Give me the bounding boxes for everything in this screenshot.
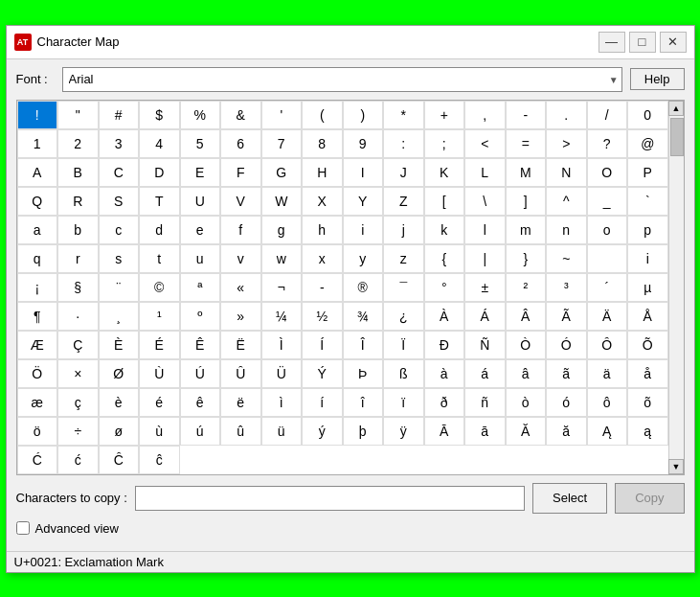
char-cell[interactable]: V (220, 187, 261, 216)
char-cell[interactable]: Á (464, 302, 506, 331)
char-cell[interactable]: Ā (424, 417, 465, 446)
char-cell[interactable]: < (464, 129, 506, 158)
char-cell[interactable]: · (57, 302, 99, 331)
char-cell[interactable]: Y (343, 187, 384, 216)
char-cell[interactable]: æ (17, 388, 58, 417)
char-cell[interactable]: 8 (302, 129, 343, 158)
scroll-thumb[interactable] (670, 118, 684, 156)
char-cell[interactable]: È (99, 331, 140, 359)
scroll-up-arrow[interactable]: ▲ (668, 101, 684, 116)
char-cell[interactable]: + (424, 101, 465, 129)
char-cell[interactable]: ï (383, 388, 424, 417)
char-cell[interactable]: ° (424, 273, 465, 302)
char-cell[interactable]: ¡ (17, 273, 58, 302)
char-cell[interactable]: t (139, 244, 180, 273)
char-cell[interactable]: [ (424, 187, 465, 216)
char-cell[interactable]: & (220, 101, 261, 129)
char-cell[interactable]: P (627, 158, 668, 187)
char-cell[interactable]: x (302, 244, 343, 273)
char-cell[interactable]: U (180, 187, 221, 216)
char-cell[interactable]: S (99, 187, 140, 216)
char-cell[interactable]: º (180, 302, 221, 331)
char-cell[interactable]: » (220, 302, 261, 331)
char-cell[interactable]: - (506, 101, 547, 129)
char-cell[interactable]: Ă (506, 417, 547, 446)
char-cell[interactable]: â (506, 359, 547, 388)
char-cell[interactable]: c (99, 216, 140, 244)
char-cell[interactable]: è (99, 388, 140, 417)
char-cell[interactable]: i (343, 216, 384, 244)
char-cell[interactable]: l (464, 216, 506, 244)
char-cell[interactable]: ¯ (383, 273, 424, 302)
char-cell[interactable]: ; (424, 129, 465, 158)
select-button[interactable]: Select (532, 483, 607, 514)
char-cell[interactable]: , (464, 101, 506, 129)
char-cell[interactable]: ö (17, 417, 58, 446)
char-cell[interactable]: ¨ (99, 273, 140, 302)
char-cell[interactable]: B (57, 158, 99, 187)
char-cell[interactable]: e (180, 216, 221, 244)
char-cell[interactable]: ë (220, 388, 261, 417)
char-cell[interactable]: j (383, 216, 424, 244)
char-cell[interactable]: ³ (546, 273, 587, 302)
char-cell[interactable]: Ã (546, 302, 587, 331)
char-cell[interactable]: q (17, 244, 58, 273)
char-cell[interactable]: i (627, 244, 668, 273)
char-cell[interactable]: ¿ (383, 302, 424, 331)
char-cell[interactable]: ) (343, 101, 384, 129)
char-cell[interactable]: $ (139, 101, 180, 129)
char-cell[interactable]: # (99, 101, 140, 129)
char-cell[interactable]: : (383, 129, 424, 158)
char-cell[interactable] (587, 244, 628, 273)
char-cell[interactable]: / (587, 101, 628, 129)
char-cell[interactable]: % (180, 101, 221, 129)
char-cell[interactable]: } (506, 244, 547, 273)
maximize-button[interactable]: □ (629, 32, 656, 53)
char-cell[interactable]: u (180, 244, 221, 273)
char-cell[interactable]: 0 (627, 101, 668, 129)
char-cell[interactable]: ` (627, 187, 668, 216)
char-cell[interactable]: Ì (261, 331, 303, 359)
char-cell[interactable]: ð (424, 388, 465, 417)
char-cell[interactable]: Ć (17, 446, 58, 474)
char-cell[interactable]: M (506, 158, 547, 187)
char-cell[interactable]: ò (506, 388, 547, 417)
char-cell[interactable]: ® (343, 273, 384, 302)
char-cell[interactable]: õ (627, 388, 668, 417)
char-cell[interactable]: R (57, 187, 99, 216)
char-cell[interactable]: ß (383, 359, 424, 388)
char-cell[interactable]: ü (261, 417, 303, 446)
char-cell[interactable]: N (546, 158, 587, 187)
help-button[interactable]: Help (630, 68, 685, 90)
char-cell[interactable]: | (464, 244, 506, 273)
char-cell[interactable]: î (343, 388, 384, 417)
char-cell[interactable]: é (139, 388, 180, 417)
char-cell[interactable]: Ą (587, 417, 628, 446)
minimize-button[interactable]: — (598, 32, 625, 53)
char-cell[interactable]: § (57, 273, 99, 302)
char-cell[interactable]: Õ (627, 331, 668, 359)
char-cell[interactable]: p (627, 216, 668, 244)
char-cell[interactable]: ¼ (261, 302, 303, 331)
char-cell[interactable]: ª (180, 273, 221, 302)
char-cell[interactable]: Q (17, 187, 58, 216)
char-cell[interactable]: K (424, 158, 465, 187)
char-cell[interactable]: . (546, 101, 587, 129)
char-cell[interactable]: Ĉ (99, 446, 140, 474)
char-cell[interactable]: b (57, 216, 99, 244)
char-cell[interactable]: À (424, 302, 465, 331)
char-cell[interactable]: L (464, 158, 506, 187)
char-cell[interactable]: A (17, 158, 58, 187)
scrollbar[interactable]: ▲ ▼ (668, 101, 684, 474)
char-cell[interactable]: ÷ (57, 417, 99, 446)
scroll-down-arrow[interactable]: ▼ (668, 459, 684, 474)
char-cell[interactable]: Ê (180, 331, 221, 359)
char-cell[interactable]: ¶ (17, 302, 58, 331)
char-cell[interactable]: W (261, 187, 303, 216)
char-cell[interactable]: Ä (587, 302, 628, 331)
char-cell[interactable]: Ú (180, 359, 221, 388)
char-cell[interactable]: ú (180, 417, 221, 446)
char-cell[interactable]: E (180, 158, 221, 187)
char-cell[interactable]: ã (546, 359, 587, 388)
char-cell[interactable]: ¸ (99, 302, 140, 331)
